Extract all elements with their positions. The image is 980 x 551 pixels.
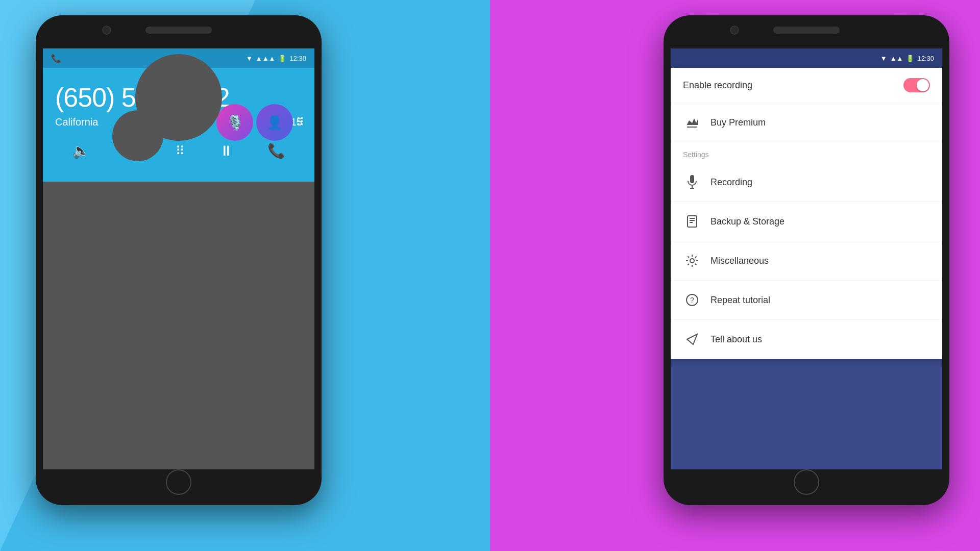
home-button[interactable] (166, 469, 191, 495)
status-bar-phone-icon: 📞 (51, 54, 61, 63)
right-home-button[interactable] (794, 469, 819, 495)
misc-label: Miscellaneous (710, 256, 930, 266)
svg-rect-3 (688, 216, 697, 227)
battery-icon: 🔋 (278, 55, 286, 62)
right-front-camera (730, 26, 739, 35)
misc-item[interactable]: Miscellaneous (671, 241, 942, 281)
enable-recording-toggle[interactable] (903, 78, 930, 92)
buy-premium-item[interactable]: Buy Premium (671, 103, 942, 142)
tutorial-item[interactable]: ? Repeat tutorial (671, 281, 942, 320)
hold-button[interactable]: ⏸ (219, 142, 233, 159)
add-call-icon: 📞 (267, 142, 285, 159)
right-signal-icon: ▲▲ (890, 55, 903, 62)
keypad-icon: ⠿ (176, 144, 185, 158)
record-mic-icon: 🎙️ (226, 114, 244, 131)
right-phone-speaker (773, 27, 840, 34)
right-phone-body: ▼ ▲▲ 🔋 12:30 🔍 ☆ ★ ⋮ (664, 15, 949, 505)
menu-dropdown: Enable recording Buy Premium Settings (671, 68, 942, 359)
enable-recording-label: Enable recording (683, 80, 903, 91)
help-icon: ? (683, 291, 701, 309)
right-status-time: 12:30 (917, 55, 934, 62)
contact-icon: 👤 (266, 115, 283, 131)
left-phone-screen: 📞 ▼ ▲▲▲ 🔋 12:30 (650) 555-1212 Californi… (43, 48, 314, 469)
recording-item[interactable]: Recording (671, 163, 942, 202)
share-icon (683, 330, 701, 348)
svg-rect-0 (690, 175, 694, 183)
record-mic-button[interactable]: 🎙️ (216, 104, 253, 141)
left-phone-body: 📞 ▼ ▲▲▲ 🔋 12:30 (650) 555-1212 Californi… (36, 15, 322, 505)
speaker-icon: 🔈 (72, 142, 90, 159)
svg-rect-5 (690, 220, 695, 221)
add-call-button[interactable]: 📞 (267, 142, 285, 159)
buy-premium-label: Buy Premium (710, 117, 930, 128)
gear-icon (683, 252, 701, 270)
right-status-bar-right: ▼ ▲▲ 🔋 12:30 (880, 55, 934, 62)
avatar-circle-large (135, 54, 222, 141)
front-camera (102, 26, 111, 35)
left-phone: 📞 ▼ ▲▲▲ 🔋 12:30 (650) 555-1212 Californi… (36, 15, 322, 505)
wifi-icon: ▼ (246, 55, 253, 62)
keypad-button[interactable]: ⠿ (176, 144, 185, 158)
svg-rect-4 (690, 218, 695, 219)
signal-icon: ▲▲▲ (256, 55, 276, 62)
right-status-bar: ▼ ▲▲ 🔋 12:30 (671, 48, 942, 68)
tell-us-item[interactable]: Tell about us (671, 320, 942, 359)
recording-label: Recording (710, 177, 930, 188)
grid-button[interactable]: ⠿ (296, 116, 304, 129)
call-controls: 🔈 🎤 ⠿ ⏸ 📞 (55, 142, 302, 169)
enable-recording-item[interactable]: Enable recording (671, 68, 942, 103)
svg-rect-6 (690, 222, 693, 223)
backup-storage-item[interactable]: Backup & Storage (671, 202, 942, 241)
mic-icon (683, 173, 701, 191)
caller-location: California (55, 116, 98, 128)
svg-marker-10 (687, 334, 697, 344)
grid-icon: ⠿ (296, 116, 304, 129)
storage-icon (683, 212, 701, 231)
right-wifi-icon: ▼ (880, 55, 887, 62)
status-bar-right-icons: ▼ ▲▲▲ 🔋 12:30 (246, 55, 306, 62)
backup-label: Backup & Storage (710, 216, 930, 227)
svg-text:?: ? (690, 296, 694, 304)
hold-icon: ⏸ (219, 142, 233, 159)
speaker-button[interactable]: 🔈 (72, 142, 90, 159)
tell-us-label: Tell about us (710, 334, 930, 345)
toggle-circle (917, 79, 929, 91)
contact-button[interactable]: 👤 (256, 104, 293, 141)
svg-point-7 (690, 259, 694, 263)
crown-icon (683, 113, 701, 132)
float-toolbar: 🎙️ 👤 ⠿ (216, 104, 304, 141)
status-time: 12:30 (289, 55, 306, 62)
right-phone: ▼ ▲▲ 🔋 12:30 🔍 ☆ ★ ⋮ (664, 15, 949, 505)
right-battery-icon: 🔋 (906, 55, 914, 62)
right-phone-screen: ▼ ▲▲ 🔋 12:30 🔍 ☆ ★ ⋮ (671, 48, 942, 469)
phone-speaker (145, 27, 212, 34)
tutorial-label: Repeat tutorial (710, 295, 930, 306)
settings-section-label: Settings (671, 142, 942, 163)
